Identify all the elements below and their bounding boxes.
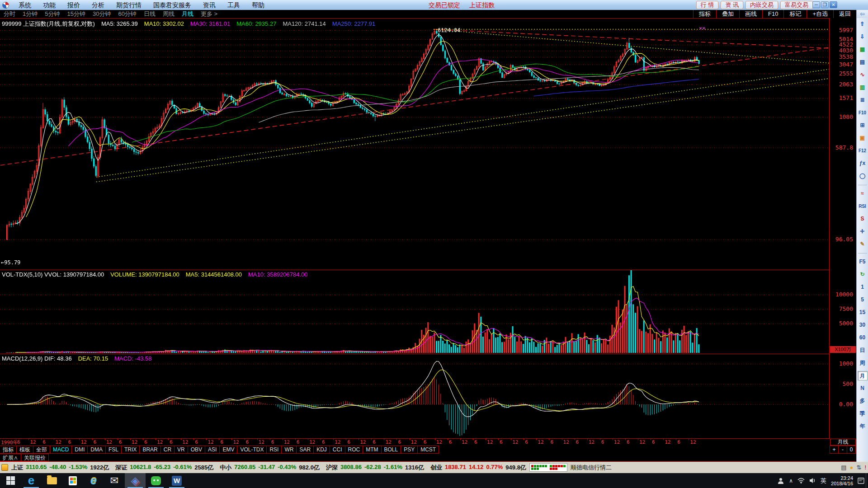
tool-+自选[interactable]: +自选 [807,10,833,18]
indicator-tab-BRAR[interactable]: BRAR [139,446,160,454]
menu-报价[interactable]: 报价 [61,1,86,9]
period-月线[interactable]: 月线 [178,10,197,18]
extension-扩展∧[interactable]: 扩展∧ [0,454,21,461]
period-1min[interactable]: 1 [858,282,868,292]
f10-icon[interactable]: F10 [858,108,868,117]
indicator-tab-VR[interactable]: VR [174,446,188,454]
zoom-reset-button[interactable]: 0 [847,446,856,454]
formula-icon[interactable]: ƒx [858,159,868,168]
zoom-in-button[interactable]: + [830,446,839,454]
market-heat-widget[interactable] [529,463,567,472]
period-week[interactable]: 周 [858,358,868,368]
indicator-tab-ASI[interactable]: ASI [205,446,220,454]
speaker-icon[interactable] [809,478,816,483]
notification-icon[interactable] [858,478,864,484]
title-button-行 情[interactable]: 行 情 [696,1,719,9]
period-60分钟[interactable]: 60分钟 [114,10,140,18]
zoom-out-button[interactable]: - [838,446,847,454]
indicator-tab-KDJ[interactable]: KDJ [313,446,330,454]
tool-F10[interactable]: F10 [762,10,783,18]
title-button-资 讯[interactable]: 资 讯 [721,1,743,9]
clock[interactable]: 23:24 2018/4/16 [831,475,853,486]
menu-期货行情[interactable]: 期货行情 [110,1,147,9]
indicator-tab-PSY[interactable]: PSY [401,446,418,454]
rsi-icon[interactable]: RSI [858,202,868,211]
period-30分钟[interactable]: 30分钟 [89,10,114,18]
taskbar-store[interactable] [62,473,83,488]
period-60min[interactable]: 60 [858,333,868,343]
indicator-tab-FSL[interactable]: FSL [105,446,122,454]
indicator-tab-MTM[interactable]: MTM [363,446,381,454]
title-button-富易交易[interactable]: 富易交易 [780,1,813,9]
indicator-tab-EMV[interactable]: EMV [219,446,237,454]
menu-国泰君安服务[interactable]: 国泰君安服务 [147,1,197,9]
market-status-icon[interactable] [1,464,8,471]
circle-icon[interactable]: ◯ [858,171,868,181]
indicator-tab-SAR[interactable]: SAR [296,446,314,454]
indicator-tab-CR[interactable]: CR [160,446,175,454]
tool-指标[interactable]: 指标 [693,10,716,18]
period-30min[interactable]: 30 [858,320,868,330]
tray-expand-icon[interactable]: ∧ [789,478,793,484]
period-5分钟[interactable]: 5分钟 [41,10,63,18]
lock-icon[interactable]: ● [850,464,854,471]
taskbar-mail[interactable]: ✉ [104,473,125,488]
extension-关联报价[interactable]: 关联报价 [21,454,49,461]
f12-icon[interactable]: F12 [858,146,868,155]
doc-icon[interactable]: ▣ [858,133,868,143]
network-icon[interactable] [797,478,805,483]
indicator-tab-MACD[interactable]: MACD [50,446,72,454]
input-language-indicator[interactable]: 英 [821,477,826,485]
menu-分析[interactable]: 分析 [86,1,110,9]
refresh-icon[interactable]: ↻ [858,270,868,279]
period-分时[interactable]: 分时 [0,10,19,18]
pencil-icon[interactable]: ✎ [858,239,868,249]
period-multi[interactable]: 多 [858,396,868,406]
title-button-内嵌交易[interactable]: 内嵌交易 [745,1,778,9]
period-周线[interactable]: 周线 [159,10,178,18]
back-arrow-icon[interactable]: ⇦ [856,10,868,18]
indicator-tab-WR[interactable]: WR [281,446,297,454]
kline-icon[interactable]: ▥ [858,83,868,92]
tool-标记[interactable]: 标记 [783,10,807,18]
menu-工具[interactable]: 工具 [222,1,246,9]
chart-canvas[interactable] [0,18,830,439]
close-button[interactable]: ✕ [830,1,837,8]
taskbar-start[interactable] [0,473,21,488]
quote-grid-icon[interactable]: ▦ [858,45,868,54]
period-5min[interactable]: 5 [858,295,868,305]
scroll-down-icon[interactable]: ⇩ [858,32,868,42]
move-icon[interactable]: ✛ [858,227,868,236]
period-quarter[interactable]: 季 [858,409,868,418]
indicator-tab-ROC[interactable]: ROC [345,446,363,454]
transfer-icon[interactable]: ⇅ [856,464,861,471]
capital-icon[interactable]: S [858,214,868,224]
indicator-tab-CCI[interactable]: CCI [330,446,345,454]
menu-资讯[interactable]: 资讯 [197,1,222,9]
f5-icon[interactable]: F5 [858,257,868,267]
indicator-tab-BOLL[interactable]: BOLL [381,446,401,454]
tool-返回[interactable]: 返回 [833,10,856,18]
period-更多 >[interactable]: 更多 > [197,10,221,18]
trend-chart-icon[interactable]: ∿ [858,70,868,80]
period-year[interactable]: 年 [858,422,868,431]
taskbar-edge[interactable]: e [21,473,42,488]
alert-icon[interactable]: ! [864,464,866,471]
indicator-tab-TRIX[interactable]: TRIX [121,446,140,454]
menu-帮助[interactable]: 帮助 [246,1,270,9]
menu-功能[interactable]: 功能 [37,1,61,9]
menu-系统[interactable]: 系统 [13,1,37,9]
taskbar-file-explorer[interactable] [42,473,62,488]
indicator-tab-VOL-TDX[interactable]: VOL-TDX [237,446,267,454]
people-icon[interactable] [777,478,784,484]
indicator-tab-全部[interactable]: 全部 [33,446,50,454]
period-n[interactable]: N [858,384,868,393]
news-icon[interactable]: ≣ [858,95,868,105]
period-1分钟[interactable]: 1分钟 [19,10,41,18]
indicator-tab-MCST[interactable]: MCST [417,446,439,454]
indicator-tab-DMA[interactable]: DMA [87,446,106,454]
wave-icon[interactable]: ≈ [858,189,868,198]
indicator-tab-RSI[interactable]: RSI [266,446,282,454]
indicator-tab-模板[interactable]: 模板 [16,446,33,454]
tree-icon[interactable]: ⊞ [858,121,868,130]
